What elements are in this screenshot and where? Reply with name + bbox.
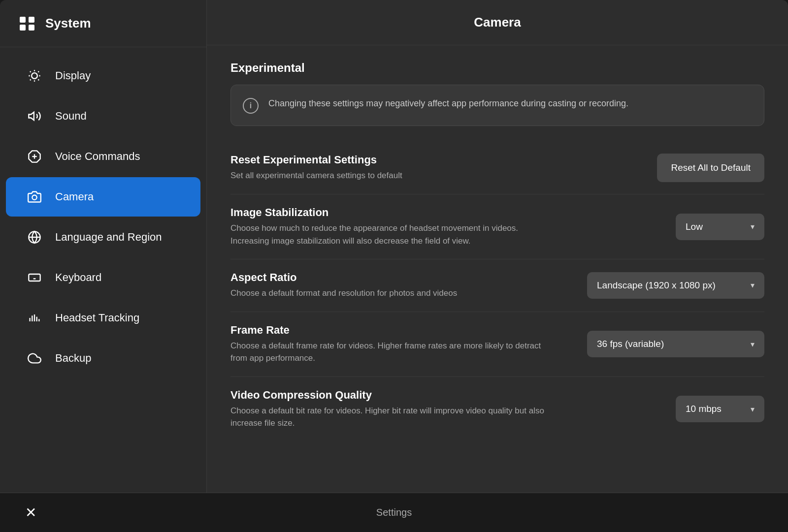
sidebar-item-display[interactable]: Display [6,56,200,95]
reset-all-button[interactable]: Reset All to Default [657,154,764,182]
sidebar-header: System [0,0,206,47]
sidebar-item-headset-tracking[interactable]: Headset Tracking [6,298,200,338]
chevron-down-icon: ▾ [751,340,755,349]
settings-desc-aspect-ratio: Choose a default format and resolution f… [230,287,546,300]
sidebar-item-language[interactable]: Language and Region [6,218,200,257]
sun-icon [26,67,43,85]
settings-control-frame-rate: 36 fps (variable) ▾ [587,331,764,357]
chevron-down-icon: ▾ [751,405,755,414]
settings-info-image-stabilization: Image Stabilization Choose how much to r… [230,206,664,247]
settings-info-aspect-ratio: Aspect Ratio Choose a default format and… [230,271,575,300]
chevron-down-icon: ▾ [751,222,755,231]
settings-label-aspect-ratio: Aspect Ratio [230,271,575,284]
settings-control-video-compression: 10 mbps ▾ [676,396,764,422]
svg-marker-9 [29,112,34,120]
sidebar-item-sound[interactable]: Sound [6,96,200,136]
sidebar-item-label: Headset Tracking [55,312,139,324]
aspect-ratio-dropdown[interactable]: Landscape (1920 x 1080 px) ▾ [587,272,764,299]
settings-row-frame-rate: Frame Rate Choose a default frame rate f… [230,312,764,377]
settings-control-aspect-ratio: Landscape (1920 x 1080 px) ▾ [587,272,764,299]
sidebar-item-keyboard[interactable]: Keyboard [6,258,200,297]
settings-row-image-stabilization: Image Stabilization Choose how much to r… [230,194,764,259]
info-banner-text: Changing these settings may negatively a… [268,97,628,110]
globe-icon [26,228,43,246]
settings-label-image-stabilization: Image Stabilization [230,206,664,219]
settings-desc-image-stabilization: Choose how much to reduce the appearance… [230,222,546,247]
dropdown-value: Landscape (1920 x 1080 px) [597,280,716,291]
main-content: Camera Experimental i Changing these set… [207,0,788,493]
settings-row-aspect-ratio: Aspect Ratio Choose a default format and… [230,259,764,312]
svg-point-0 [32,73,37,79]
frame-rate-dropdown[interactable]: 36 fps (variable) ▾ [587,331,764,357]
sidebar-nav: Display Sound [0,47,206,493]
settings-desc-video-compression: Choose a default bit rate for videos. Hi… [230,405,546,430]
settings-info-video-compression: Video Compression Quality Choose a defau… [230,389,664,430]
sidebar-item-label: Camera [55,190,94,203]
settings-info-reset: Reset Experimental Settings Set all expe… [230,154,645,182]
page-title: Camera [230,15,764,30]
sidebar: System Dis [0,0,207,493]
settings-label-frame-rate: Frame Rate [230,324,575,337]
sound-icon [26,107,43,125]
bottom-bar: ✕ Settings [0,493,788,532]
image-stabilization-dropdown[interactable]: Low ▾ [676,214,764,240]
section-title: Experimental [230,61,764,75]
svg-line-4 [38,79,39,80]
svg-line-7 [30,79,31,80]
bottom-bar-title: Settings [376,507,412,518]
main-header: Camera [207,0,788,45]
voice-icon [26,148,43,165]
sidebar-item-label: Sound [55,110,87,123]
video-compression-dropdown[interactable]: 10 mbps ▾ [676,396,764,422]
settings-row-video-compression: Video Compression Quality Choose a defau… [230,377,764,441]
main-body: Experimental i Changing these settings m… [207,45,788,493]
sidebar-item-label: Backup [55,352,91,365]
svg-rect-16 [29,274,40,281]
sidebar-item-label: Voice Commands [55,150,140,163]
dropdown-value: Low [686,221,703,232]
close-button[interactable]: ✕ [20,502,41,524]
settings-desc-frame-rate: Choose a default frame rate for videos. … [230,340,546,365]
settings-row-reset: Reset Experimental Settings Set all expe… [230,142,764,194]
settings-label-video-compression: Video Compression Quality [230,389,664,402]
tracking-icon [26,309,43,327]
svg-line-3 [30,71,31,72]
camera-icon [26,188,43,206]
info-icon: i [243,98,259,114]
dropdown-value: 36 fps (variable) [597,339,664,349]
sidebar-item-camera[interactable]: Camera [6,177,200,217]
info-banner: i Changing these settings may negatively… [230,85,764,126]
svg-line-8 [38,71,39,72]
keyboard-icon [26,269,43,286]
sidebar-item-voice-commands[interactable]: Voice Commands [6,137,200,176]
cloud-icon [26,349,43,367]
sidebar-item-backup[interactable]: Backup [6,339,200,378]
settings-info-frame-rate: Frame Rate Choose a default frame rate f… [230,324,575,365]
settings-control-reset: Reset All to Default [657,154,764,182]
chevron-down-icon: ▾ [751,281,755,290]
dropdown-value: 10 mbps [686,404,722,414]
sidebar-item-label: Language and Region [55,231,162,244]
settings-label-reset: Reset Experimental Settings [230,154,645,166]
sidebar-item-label: Display [55,69,91,82]
settings-control-image-stabilization: Low ▾ [676,214,764,240]
settings-desc-reset: Set all experimental camera settings to … [230,169,546,182]
grid-icon [20,17,35,31]
sidebar-item-label: Keyboard [55,271,101,284]
sidebar-title: System [45,16,91,31]
svg-point-13 [32,195,36,200]
